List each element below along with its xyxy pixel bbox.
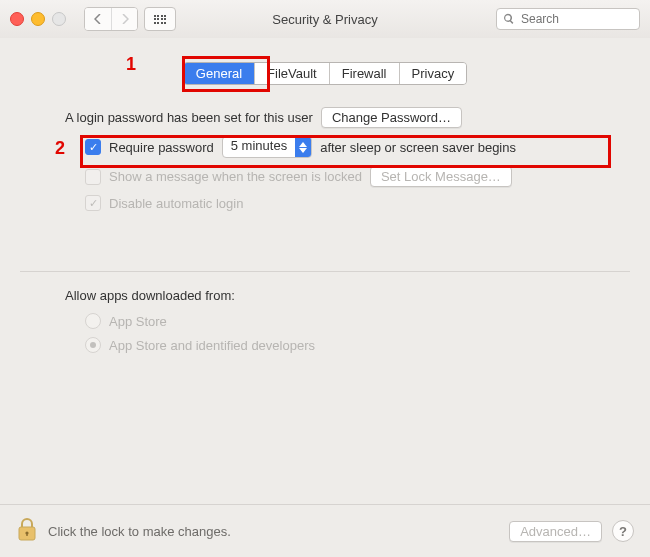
lock-icon[interactable]: [16, 518, 38, 545]
titlebar: Security & Privacy: [0, 0, 650, 39]
tab-bar: General FileVault Firewall Privacy: [183, 62, 467, 85]
require-password-suffix: after sleep or screen saver begins: [320, 140, 516, 155]
divider: [20, 271, 630, 272]
disable-auto-login-checkbox: [85, 195, 101, 211]
radio-identified-developers: [85, 337, 101, 353]
search-field[interactable]: [496, 8, 640, 30]
require-password-checkbox[interactable]: [85, 139, 101, 155]
search-icon: [503, 13, 515, 25]
tab-general[interactable]: General: [184, 63, 255, 84]
tab-privacy[interactable]: Privacy: [400, 63, 467, 84]
zoom-icon[interactable]: [52, 12, 66, 26]
require-password-delay-select[interactable]: 5 minutes: [222, 136, 312, 158]
change-password-button[interactable]: Change Password…: [321, 107, 462, 128]
search-input[interactable]: [519, 11, 633, 27]
tab-firewall[interactable]: Firewall: [330, 63, 400, 84]
show-message-label: Show a message when the screen is locked: [109, 169, 362, 184]
advanced-button[interactable]: Advanced…: [509, 521, 602, 542]
disable-auto-login-label: Disable automatic login: [109, 196, 243, 211]
grid-icon: [154, 15, 167, 24]
tab-filevault[interactable]: FileVault: [255, 63, 330, 84]
minimize-icon[interactable]: [31, 12, 45, 26]
svg-rect-2: [26, 533, 27, 536]
radio-app-store: [85, 313, 101, 329]
require-password-label: Require password: [109, 140, 214, 155]
login-password-text: A login password has been set for this u…: [65, 110, 313, 125]
show-all-button[interactable]: [144, 7, 176, 31]
preferences-window: Security & Privacy General FileVault Fir…: [0, 0, 650, 557]
forward-button[interactable]: [111, 8, 137, 30]
set-lock-message-button: Set Lock Message…: [370, 166, 512, 187]
show-message-checkbox: [85, 169, 101, 185]
stepper-arrows-icon: [295, 137, 311, 157]
content-area: General FileVault Firewall Privacy A log…: [0, 38, 650, 557]
back-button[interactable]: [85, 8, 111, 30]
radio-identified-developers-label: App Store and identified developers: [109, 338, 315, 353]
login-section: A login password has been set for this u…: [40, 107, 610, 211]
require-password-delay-value: 5 minutes: [223, 137, 295, 157]
lock-hint-text: Click the lock to make changes.: [48, 524, 231, 539]
close-icon[interactable]: [10, 12, 24, 26]
radio-app-store-label: App Store: [109, 314, 167, 329]
help-button[interactable]: ?: [612, 520, 634, 542]
footer: Click the lock to make changes. Advanced…: [0, 504, 650, 557]
nav-back-forward: [84, 7, 138, 31]
window-controls: [10, 12, 66, 26]
allow-apps-title: Allow apps downloaded from:: [65, 288, 610, 303]
